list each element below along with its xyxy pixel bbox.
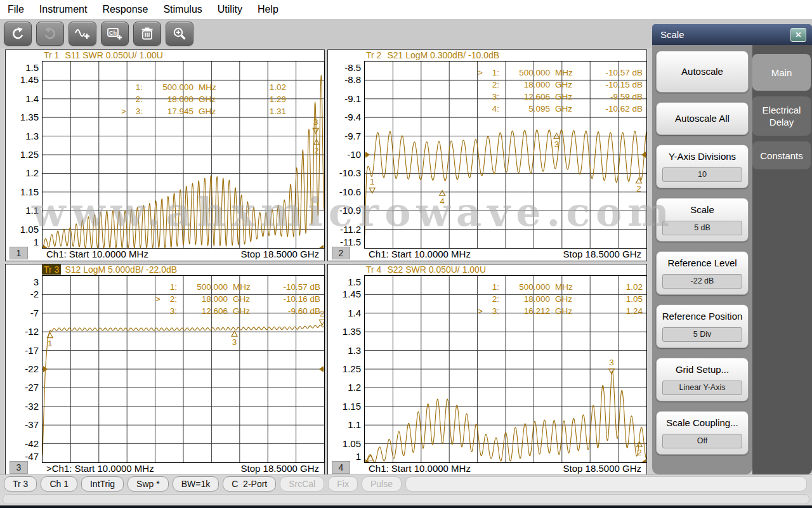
y-tick-1: 1.2 (7, 167, 39, 178)
y-tick-1: 1.35 (7, 112, 39, 122)
y-tick-3: -37 (7, 419, 39, 430)
tab-main[interactable]: Main (752, 54, 811, 91)
menu-utility[interactable]: Utility (210, 1, 250, 18)
plot-header-4: Tr 4S22 SWR 0.050U/ 1.00U (364, 264, 645, 275)
status-cal-button[interactable]: C 2-Port (223, 476, 276, 492)
autoscale-button[interactable]: Autoscale (656, 51, 749, 93)
y-tick-2: -10 (329, 149, 361, 160)
reference-level-button[interactable]: Reference Level -22 dB (656, 251, 749, 295)
menu-stimulus[interactable]: Stimulus (155, 1, 209, 18)
plot-footer-1: 1Ch1: Start 10.0000 MHzStop 18.5000 GHz (6, 247, 324, 261)
y-tick-1: 1.4 (7, 93, 39, 104)
add-channel-button[interactable]: Ch (101, 22, 129, 46)
y-tick-4: 1.25 (329, 363, 361, 374)
marker-symbol-2-4[interactable] (440, 190, 445, 195)
add-trace-button[interactable] (69, 22, 96, 46)
y-tick-4: 1.35 (329, 326, 361, 337)
marker-row: >2:18.000GHz-10.16 dB (152, 293, 320, 305)
grid-setup-button[interactable]: Grid Setup... Linear Y-Axis (656, 358, 749, 401)
marker-row: 3:12.606GHz-9.60 dB (152, 305, 320, 317)
status-srccal-button[interactable]: SrcCal (280, 476, 324, 492)
plot-tile-2: Tr 2S21 LogM 0.300dB/ -10.0dB1432-8.5-8.… (327, 49, 647, 261)
add-trace-icon (74, 26, 91, 41)
plot-footer-4: 4Ch1: Start 10.0000 MHzStop 18.5000 GHz (328, 462, 646, 475)
y-axis-divisions-value[interactable]: 10 (662, 167, 742, 182)
y-tick-2: -8.5 (329, 62, 361, 73)
trace-label-1[interactable]: Tr 1 (42, 50, 61, 60)
marker-label-2-4: 4 (440, 197, 445, 206)
marker-row: 1:500.000MHz1.02 (474, 281, 643, 293)
marker-symbol-3-2[interactable] (319, 320, 324, 325)
trace-label-4[interactable]: Tr 4 (364, 264, 383, 275)
marker-table-1: 1:500.000MHz1.022:18.000GHz1.29>3:17.945… (117, 81, 286, 117)
status-channel-button[interactable]: Ch 1 (41, 476, 77, 492)
status-fix-button[interactable]: Fix (328, 476, 358, 492)
status-trigger-button[interactable]: IntTrig (81, 476, 124, 492)
marker-label-1-2: 2 (314, 146, 319, 155)
y-tick-2: -9.1 (329, 93, 361, 104)
autoscale-all-button[interactable]: Autoscale All (656, 102, 749, 135)
y-tick-3: -47 (7, 451, 39, 462)
plot-tile-3: Tr 3S12 LogM 5.000dB/ -22.0dB1323-2-7-12… (5, 264, 325, 476)
reference-position-value[interactable]: 5 Div (662, 327, 742, 342)
y-tick-1: 1.5 (7, 62, 39, 73)
status-trace-button[interactable]: Tr 3 (4, 476, 37, 492)
y-tick-3: -2 (7, 289, 39, 299)
zoom-icon (172, 26, 187, 41)
trace-label-3[interactable]: Tr 3 (42, 264, 61, 275)
menu-response[interactable]: Response (95, 1, 155, 18)
marker-row: 2:18.000GHz1.29 (117, 93, 286, 105)
marker-symbol-4-2[interactable] (636, 441, 642, 446)
marker-label-2-1: 1 (370, 177, 375, 186)
y-tick-1: 1.15 (7, 186, 39, 197)
y-tick-4: 1.5 (329, 277, 361, 287)
redo-icon (42, 26, 58, 41)
marker-row: >3:17.945GHz1.31 (117, 105, 286, 117)
scale-value[interactable]: 5 dB (662, 221, 742, 235)
undo-button[interactable] (4, 22, 32, 46)
plot-header-3: Tr 3S12 LogM 5.000dB/ -22.0dB (42, 264, 323, 275)
menu-file[interactable]: File (0, 1, 32, 18)
y-tick-3: -42 (7, 438, 39, 449)
menu-help[interactable]: Help (250, 1, 286, 18)
status-bandwidth-button[interactable]: BW=1k (173, 476, 219, 492)
y-tick-3: -17 (7, 345, 39, 356)
x-start-label-4: Ch1: Start 10.0000 MHz (369, 463, 471, 474)
delete-button[interactable] (133, 22, 161, 46)
marker-table-4: 1:500.000MHz1.022:18.000GHz1.05>3:16.212… (474, 281, 643, 317)
status-pulse-button[interactable]: Pulse (362, 476, 402, 492)
delete-icon (140, 26, 155, 41)
y-tick-4: 1.2 (329, 382, 361, 393)
tab-constants[interactable]: Constants (752, 141, 811, 169)
y-tick-2: -8.8 (329, 74, 361, 85)
status-sweep-button[interactable]: Swp * (128, 476, 169, 492)
y-axis-divisions-button[interactable]: Y-Axis Divisions 10 (656, 145, 749, 188)
tab-electrical-delay[interactable]: Electrical Delay (752, 96, 811, 136)
scale-button[interactable]: Scale 5 dB (656, 198, 749, 242)
trace-number-badge-3: 3 (10, 461, 28, 474)
zoom-button[interactable] (166, 22, 193, 46)
plot-footer-3: 3>Ch1: Start 10.0000 MHzStop 18.5000 GHz (6, 462, 324, 475)
y-tick-4: 1 (329, 451, 361, 462)
marker-symbol-2-2[interactable] (636, 178, 642, 183)
menu-bar: File Instrument Response Stimulus Utilit… (0, 0, 812, 19)
y-tick-3: 3 (7, 277, 39, 287)
close-button[interactable]: ✕ (790, 28, 806, 42)
y-tick-3: -27 (7, 382, 39, 393)
scale-coupling-value[interactable]: Off (662, 434, 742, 448)
menu-instrument[interactable]: Instrument (32, 1, 95, 18)
scale-coupling-button[interactable]: Scale Coupling... Off (656, 411, 749, 455)
trace-label-2[interactable]: Tr 2 (364, 50, 383, 60)
y-tick-4: 1.3 (329, 345, 361, 356)
add-channel-icon: Ch (107, 26, 123, 41)
ref-arrow-right-2 (641, 152, 646, 158)
y-tick-2: -11.2 (329, 224, 361, 235)
x-stop-label-3: Stop 18.5000 GHz (241, 463, 319, 474)
marker-row: 1:500.000MHz1.02 (117, 81, 286, 93)
redo-button[interactable] (36, 22, 64, 46)
grid-setup-value[interactable]: Linear Y-Axis (662, 381, 742, 395)
reference-level-value[interactable]: -22 dB (662, 274, 742, 289)
y-tick-1: 1.05 (7, 224, 39, 235)
reference-position-button[interactable]: Reference Position 5 Div (656, 304, 749, 348)
x-start-label-3: >Ch1: Start 10.0000 MHz (46, 463, 154, 474)
